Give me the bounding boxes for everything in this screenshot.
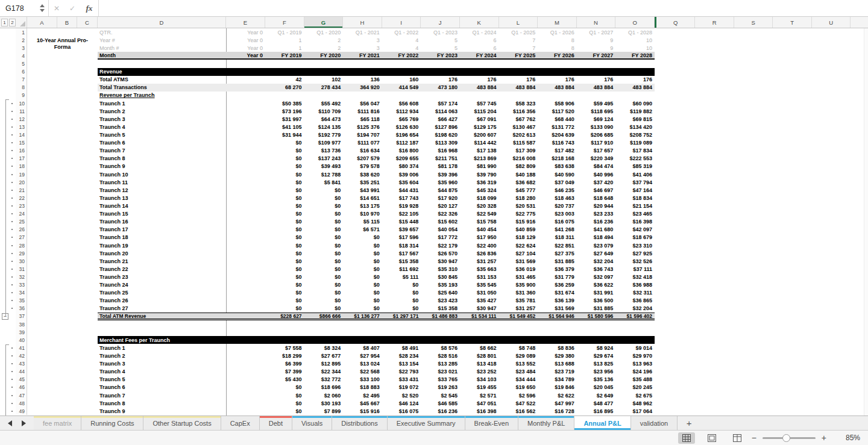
cell[interactable]: $45 324	[460, 186, 499, 194]
cell[interactable]: $119 089	[615, 139, 655, 147]
cell[interactable]	[226, 155, 265, 163]
cell[interactable]: 6	[460, 44, 499, 52]
row-label-cell[interactable]: Traunch 4	[98, 123, 226, 131]
cell[interactable]: $0	[265, 234, 304, 241]
cell[interactable]	[226, 391, 265, 399]
column-header-O[interactable]: O	[615, 17, 655, 28]
cell[interactable]: $7 558	[265, 344, 304, 352]
cell[interactable]: $17 138	[460, 147, 499, 155]
row-header-43[interactable]: 43	[16, 360, 27, 368]
cell[interactable]	[226, 147, 265, 155]
cell[interactable]: $57 745	[460, 99, 499, 107]
cell[interactable]: $0	[265, 139, 304, 147]
cell[interactable]: $29 970	[615, 352, 655, 359]
cell[interactable]: $35 193	[421, 281, 460, 289]
cell[interactable]: $196 654	[382, 131, 421, 138]
cell[interactable]: $35 663	[460, 265, 499, 273]
cell[interactable]: $13 552	[499, 360, 538, 368]
cell[interactable]	[226, 234, 265, 241]
cell[interactable]: $81 990	[460, 163, 499, 170]
cell[interactable]: $36 019	[499, 265, 538, 273]
page-break-view-button[interactable]	[729, 432, 746, 444]
cell[interactable]: $16 562	[499, 407, 538, 415]
column-header-A[interactable]: A	[27, 17, 57, 28]
cell[interactable]: $6 399	[265, 360, 304, 368]
row-label-cell[interactable]: Traunch 21	[98, 257, 226, 265]
cell[interactable]: $23 465	[615, 210, 655, 218]
cell[interactable]: $127 896	[421, 123, 460, 131]
cell[interactable]: $131 772	[538, 123, 577, 131]
row-header-10[interactable]: 10	[16, 99, 27, 107]
cell[interactable]: 176	[615, 76, 655, 84]
cell[interactable]: $866 666	[304, 313, 344, 320]
sheet-tab-break-even[interactable]: Break-Even	[465, 416, 518, 430]
row-label-cell[interactable]: Month	[98, 52, 226, 60]
cell[interactable]: $35 900	[499, 281, 538, 289]
cell[interactable]: $200 607	[460, 131, 499, 138]
cell[interactable]: $126 630	[382, 123, 421, 131]
cell[interactable]: $2 622	[538, 391, 577, 399]
cell[interactable]: $0	[382, 305, 421, 313]
row-header-24[interactable]: 24	[16, 210, 27, 218]
cell[interactable]: $31 465	[499, 273, 538, 281]
row-label-cell[interactable]: Traunch 5	[98, 131, 226, 138]
cell[interactable]: $31 569	[538, 305, 577, 313]
cell[interactable]: $32 526	[615, 257, 655, 265]
cell[interactable]: 176	[538, 76, 577, 84]
cell[interactable]: $2 495	[343, 391, 382, 399]
cell[interactable]: 483 884	[577, 84, 616, 92]
cell[interactable]: $0	[265, 202, 304, 210]
cell[interactable]: Q1 - 2023	[421, 28, 460, 36]
column-header-H[interactable]: H	[343, 17, 382, 28]
cell[interactable]: $22 400	[460, 241, 499, 249]
cell[interactable]: $228 627	[265, 313, 304, 320]
cell[interactable]: $0	[304, 194, 344, 202]
row-label-cell[interactable]: Traunch 3	[98, 115, 226, 123]
cell[interactable]: Q1 - 2021	[343, 28, 382, 36]
row-header-44[interactable]: 44	[16, 368, 27, 376]
cell[interactable]: $111 816	[343, 107, 382, 115]
cell[interactable]: $113 309	[421, 139, 460, 147]
cell[interactable]: $0	[343, 249, 382, 257]
cell[interactable]: $20 531	[499, 202, 538, 210]
cell[interactable]: $27 649	[577, 249, 616, 257]
cell[interactable]: $40 996	[577, 170, 616, 178]
cell[interactable]	[226, 360, 265, 368]
cell[interactable]: $5 430	[265, 376, 304, 384]
row-label-cell[interactable]: Traunch 11	[98, 178, 226, 186]
cell[interactable]: $29 089	[499, 352, 538, 359]
select-all-corner-icon[interactable]	[20, 21, 25, 26]
cell[interactable]	[226, 344, 265, 352]
cell[interactable]: $18 834	[615, 194, 655, 202]
cell[interactable]: $85 319	[615, 163, 655, 170]
cell[interactable]: 10	[615, 44, 655, 52]
cell[interactable]: FY 2027	[577, 52, 616, 60]
cell[interactable]: 364 920	[343, 84, 382, 92]
column-header-R[interactable]: R	[695, 17, 734, 28]
cell[interactable]: $35 136	[577, 376, 616, 384]
cell[interactable]: $40 590	[538, 170, 577, 178]
cell[interactable]: $18 299	[265, 352, 304, 359]
cell[interactable]: $16 895	[577, 407, 616, 415]
cell[interactable]: $16 634	[343, 147, 382, 155]
cell[interactable]: $0	[265, 273, 304, 281]
cell[interactable]: $211 751	[421, 155, 460, 163]
cell[interactable]: $18 883	[343, 384, 382, 391]
cell[interactable]: $0	[304, 234, 344, 241]
cell[interactable]: $45 777	[499, 186, 538, 194]
cell[interactable]: $60 090	[615, 99, 655, 107]
cell[interactable]: $8 491	[382, 344, 421, 352]
cell[interactable]: Q1 - 2025	[499, 28, 538, 36]
cell[interactable]: $1 136 277	[343, 313, 382, 320]
cell[interactable]: $28 234	[382, 352, 421, 359]
cell[interactable]: $57 174	[421, 99, 460, 107]
cell[interactable]: $12 788	[304, 170, 344, 178]
column-header-N[interactable]: N	[577, 17, 616, 28]
cell[interactable]: Year 0	[226, 44, 265, 52]
row-label-cell[interactable]: Traunch 23	[98, 273, 226, 281]
cell[interactable]: $11 692	[382, 265, 421, 273]
cell[interactable]: $16 236	[421, 407, 460, 415]
column-header-T[interactable]: T	[773, 17, 812, 28]
sheet-tab-monthly-p-l[interactable]: Monthly P&L	[518, 416, 574, 430]
cell[interactable]: $19 846	[538, 384, 577, 391]
